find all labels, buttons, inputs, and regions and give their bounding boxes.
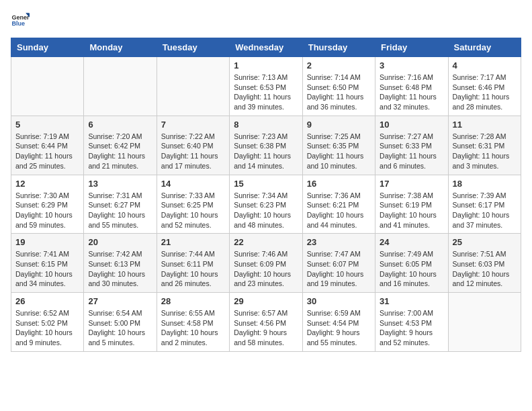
day-cell: 1Sunrise: 7:13 AM Sunset: 6:53 PM Daylig… xyxy=(230,57,302,116)
day-info: Sunrise: 7:41 AM Sunset: 6:15 PM Dayligh… xyxy=(15,249,79,289)
day-cell: 13Sunrise: 7:31 AM Sunset: 6:27 PM Dayli… xyxy=(84,175,157,234)
day-info: Sunrise: 7:39 AM Sunset: 6:17 PM Dayligh… xyxy=(453,191,517,230)
day-cell: 23Sunrise: 7:47 AM Sunset: 6:07 PM Dayli… xyxy=(302,234,375,293)
day-info: Sunrise: 6:57 AM Sunset: 4:56 PM Dayligh… xyxy=(234,308,298,348)
day-number: 6 xyxy=(88,120,152,130)
day-number: 18 xyxy=(453,179,517,189)
svg-text:Blue: Blue xyxy=(11,20,25,27)
day-number: 31 xyxy=(380,296,443,306)
day-number: 25 xyxy=(453,237,517,247)
day-info: Sunrise: 7:49 AM Sunset: 6:05 PM Dayligh… xyxy=(380,249,443,289)
day-info: Sunrise: 7:23 AM Sunset: 6:38 PM Dayligh… xyxy=(234,132,298,171)
day-info: Sunrise: 7:28 AM Sunset: 6:31 PM Dayligh… xyxy=(453,132,517,171)
weekday-header-sunday: Sunday xyxy=(11,38,84,57)
weekday-header-saturday: Saturday xyxy=(448,38,521,57)
day-info: Sunrise: 6:54 AM Sunset: 5:00 PM Dayligh… xyxy=(88,308,152,348)
day-info: Sunrise: 7:13 AM Sunset: 6:53 PM Dayligh… xyxy=(234,73,298,112)
day-number: 9 xyxy=(307,120,371,130)
weekday-header-row: SundayMondayTuesdayWednesdayThursdayFrid… xyxy=(11,38,521,57)
day-cell xyxy=(448,293,521,352)
day-info: Sunrise: 7:42 AM Sunset: 6:13 PM Dayligh… xyxy=(88,249,152,289)
day-info: Sunrise: 6:52 AM Sunset: 5:02 PM Dayligh… xyxy=(15,308,79,348)
weekday-header-friday: Friday xyxy=(375,38,448,57)
day-number: 29 xyxy=(234,296,298,306)
day-number: 13 xyxy=(88,179,152,189)
day-info: Sunrise: 7:31 AM Sunset: 6:27 PM Dayligh… xyxy=(88,191,152,230)
day-number: 27 xyxy=(88,296,152,306)
day-number: 4 xyxy=(453,60,517,71)
day-cell: 3Sunrise: 7:16 AM Sunset: 6:48 PM Daylig… xyxy=(375,57,448,116)
day-cell: 15Sunrise: 7:34 AM Sunset: 6:23 PM Dayli… xyxy=(230,175,302,234)
day-number: 19 xyxy=(15,237,79,247)
week-row-3: 12Sunrise: 7:30 AM Sunset: 6:29 PM Dayli… xyxy=(11,175,521,234)
day-number: 15 xyxy=(234,179,298,189)
day-info: Sunrise: 7:36 AM Sunset: 6:21 PM Dayligh… xyxy=(307,191,371,230)
day-cell: 6Sunrise: 7:20 AM Sunset: 6:42 PM Daylig… xyxy=(84,116,157,175)
day-cell: 27Sunrise: 6:54 AM Sunset: 5:00 PM Dayli… xyxy=(84,293,157,352)
day-number: 28 xyxy=(161,296,225,306)
day-cell xyxy=(11,57,84,116)
day-cell: 14Sunrise: 7:33 AM Sunset: 6:25 PM Dayli… xyxy=(157,175,229,234)
calendar-table: SundayMondayTuesdayWednesdayThursdayFrid… xyxy=(11,38,521,352)
day-cell: 26Sunrise: 6:52 AM Sunset: 5:02 PM Dayli… xyxy=(11,293,84,352)
day-cell: 29Sunrise: 6:57 AM Sunset: 4:56 PM Dayli… xyxy=(230,293,302,352)
week-row-1: 1Sunrise: 7:13 AM Sunset: 6:53 PM Daylig… xyxy=(11,57,521,116)
week-row-5: 26Sunrise: 6:52 AM Sunset: 5:02 PM Dayli… xyxy=(11,293,521,352)
day-info: Sunrise: 7:51 AM Sunset: 6:03 PM Dayligh… xyxy=(453,249,517,289)
day-number: 7 xyxy=(161,120,225,130)
day-cell: 12Sunrise: 7:30 AM Sunset: 6:29 PM Dayli… xyxy=(11,175,84,234)
day-number: 24 xyxy=(380,237,443,247)
day-number: 23 xyxy=(307,237,371,247)
day-cell: 11Sunrise: 7:28 AM Sunset: 6:31 PM Dayli… xyxy=(448,116,521,175)
day-info: Sunrise: 7:19 AM Sunset: 6:44 PM Dayligh… xyxy=(15,132,79,171)
day-number: 22 xyxy=(234,237,298,247)
day-cell: 25Sunrise: 7:51 AM Sunset: 6:03 PM Dayli… xyxy=(448,234,521,293)
day-info: Sunrise: 7:25 AM Sunset: 6:35 PM Dayligh… xyxy=(307,132,371,171)
day-cell: 5Sunrise: 7:19 AM Sunset: 6:44 PM Daylig… xyxy=(11,116,84,175)
day-number: 3 xyxy=(380,60,443,71)
day-info: Sunrise: 7:34 AM Sunset: 6:23 PM Dayligh… xyxy=(234,191,298,230)
day-info: Sunrise: 7:47 AM Sunset: 6:07 PM Dayligh… xyxy=(307,249,371,289)
day-cell: 17Sunrise: 7:38 AM Sunset: 6:19 PM Dayli… xyxy=(375,175,448,234)
day-cell: 4Sunrise: 7:17 AM Sunset: 6:46 PM Daylig… xyxy=(448,57,521,116)
day-info: Sunrise: 7:17 AM Sunset: 6:46 PM Dayligh… xyxy=(453,73,517,112)
day-number: 26 xyxy=(15,296,79,306)
week-row-2: 5Sunrise: 7:19 AM Sunset: 6:44 PM Daylig… xyxy=(11,116,521,175)
day-number: 10 xyxy=(380,120,443,130)
day-cell: 28Sunrise: 6:55 AM Sunset: 4:58 PM Dayli… xyxy=(157,293,229,352)
day-number: 1 xyxy=(234,60,298,71)
day-cell: 21Sunrise: 7:44 AM Sunset: 6:11 PM Dayli… xyxy=(157,234,229,293)
day-cell: 2Sunrise: 7:14 AM Sunset: 6:50 PM Daylig… xyxy=(302,57,375,116)
day-number: 11 xyxy=(453,120,517,130)
weekday-header-monday: Monday xyxy=(84,38,157,57)
day-number: 5 xyxy=(15,120,79,130)
day-info: Sunrise: 7:27 AM Sunset: 6:33 PM Dayligh… xyxy=(380,132,443,171)
weekday-header-tuesday: Tuesday xyxy=(157,38,229,57)
logo: General Blue xyxy=(11,11,30,30)
day-cell xyxy=(157,57,229,116)
day-info: Sunrise: 6:59 AM Sunset: 4:54 PM Dayligh… xyxy=(307,308,371,348)
day-info: Sunrise: 7:33 AM Sunset: 6:25 PM Dayligh… xyxy=(161,191,225,230)
day-cell: 31Sunrise: 7:00 AM Sunset: 4:53 PM Dayli… xyxy=(375,293,448,352)
day-cell: 8Sunrise: 7:23 AM Sunset: 6:38 PM Daylig… xyxy=(230,116,302,175)
day-info: Sunrise: 6:55 AM Sunset: 4:58 PM Dayligh… xyxy=(161,308,225,348)
day-cell xyxy=(84,57,157,116)
logo-icon: General Blue xyxy=(11,11,30,30)
day-number: 17 xyxy=(380,179,443,189)
day-cell: 18Sunrise: 7:39 AM Sunset: 6:17 PM Dayli… xyxy=(448,175,521,234)
weekday-header-thursday: Thursday xyxy=(302,38,375,57)
day-info: Sunrise: 7:16 AM Sunset: 6:48 PM Dayligh… xyxy=(380,73,443,112)
day-cell: 30Sunrise: 6:59 AM Sunset: 4:54 PM Dayli… xyxy=(302,293,375,352)
day-number: 20 xyxy=(88,237,152,247)
day-number: 8 xyxy=(234,120,298,130)
day-info: Sunrise: 7:30 AM Sunset: 6:29 PM Dayligh… xyxy=(15,191,79,230)
day-cell: 24Sunrise: 7:49 AM Sunset: 6:05 PM Dayli… xyxy=(375,234,448,293)
weekday-header-wednesday: Wednesday xyxy=(230,38,302,57)
day-info: Sunrise: 7:14 AM Sunset: 6:50 PM Dayligh… xyxy=(307,73,371,112)
day-number: 14 xyxy=(161,179,225,189)
week-row-4: 19Sunrise: 7:41 AM Sunset: 6:15 PM Dayli… xyxy=(11,234,521,293)
day-cell: 22Sunrise: 7:46 AM Sunset: 6:09 PM Dayli… xyxy=(230,234,302,293)
day-info: Sunrise: 7:46 AM Sunset: 6:09 PM Dayligh… xyxy=(234,249,298,289)
day-number: 12 xyxy=(15,179,79,189)
day-cell: 7Sunrise: 7:22 AM Sunset: 6:40 PM Daylig… xyxy=(157,116,229,175)
